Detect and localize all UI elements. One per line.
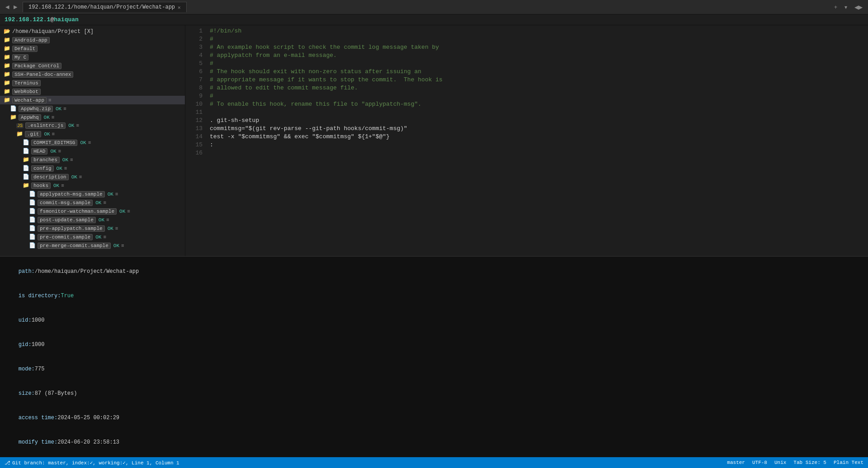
folder-icon: 📁 [23,182,29,189]
path-label: path: [19,268,35,275]
git-icon: ⎇ [5,460,10,466]
item-name-label: pre-applypatch.sample [38,225,105,232]
sidebar-tree-item[interactable]: 📄AppWhq.zip OK ≡ [0,104,185,113]
line-ending-item[interactable]: Unix [774,460,786,465]
sidebar-tree-item[interactable]: 📁WebRobot [0,87,185,96]
sidebar-folder-header[interactable]: 📂 /home/haiquan/Project [X] [0,27,185,36]
nav-forward-button[interactable]: ▶ [12,3,19,11]
syntax-item[interactable]: Plain Text [834,460,863,465]
menu-icon[interactable]: ≡ [70,157,73,163]
sidebar-tree-item[interactable]: 📁Wechat-app≡ [0,96,185,104]
add-tab-button[interactable]: + [832,3,839,11]
line-number: 15 [189,141,203,149]
sidebar-tree-item[interactable]: 📄pre-applypatch.sample OK ≡ [0,224,185,233]
tab-size-label: Tab Size: 5 [793,460,826,465]
editor-tab[interactable]: 192.168.122.1/home/haiquan/Project/Wecha… [23,2,187,12]
menu-icon[interactable]: ≡ [115,192,118,197]
line-number: 2 [189,35,203,43]
branch-item[interactable]: master [727,460,745,465]
folder-icon: 📁 [4,45,10,52]
folder-icon: 📁 [4,80,10,86]
file-icon: 📄 [29,199,36,206]
sidebar-tree-item[interactable]: 📄applypatch-msg.sample OK ≡ [0,190,185,198]
item-name-label: .eslintrc.js [25,122,66,129]
sidebar-tree-item[interactable]: 📁.git OK ≡ [0,130,185,138]
menu-icon[interactable]: ≡ [52,131,55,137]
menu-icon[interactable]: ≡ [76,123,79,128]
sidebar-tree-item[interactable]: 📁branches OK ≡ [0,155,185,164]
code-line: 9# [185,92,868,100]
sidebar-tree-item[interactable]: 📄post-update.sample OK ≡ [0,215,185,224]
encoding-item[interactable]: UTF-8 [752,460,767,465]
sidebar-tree-item[interactable]: 📄fsmonitor-watchman.sample OK ≡ [0,207,185,215]
item-name-label: .git [25,131,41,137]
menu-icon[interactable]: ≡ [127,209,130,214]
size-value: 87 (87-Bytes) [35,390,77,397]
ok-badge: OK [44,131,50,137]
tab-close-button[interactable]: ✕ [178,5,181,10]
tab-size-item[interactable]: Tab Size: 5 [793,460,826,465]
line-number: 3 [189,43,203,51]
bottom-panel: path:/home/haiquan/Project/Wechat-app is… [0,256,868,457]
sidebar-tree-item[interactable]: JS.eslintrc.js OK ≡ [0,122,185,130]
tab-menu-button[interactable]: ▾ [843,3,849,11]
folder-icon: 📁 [4,71,10,78]
sidebar-tree-item[interactable]: 📁Default [0,44,185,53]
line-content: test -x "$commitmsg" && exec "$commitmsg… [210,133,864,141]
sidebar-tree-item[interactable]: 📄HEAD OK ≡ [0,147,185,155]
menu-icon[interactable]: ≡ [103,200,106,206]
line-content: : [210,141,864,149]
line-number: 9 [189,92,203,100]
sidebar-tree-item[interactable]: 📄config OK ≡ [0,164,185,173]
code-line: 13commitmsg="$(git rev-parse --git-path … [185,125,868,133]
menu-icon[interactable]: ≡ [64,166,67,171]
nav-back-button[interactable]: ◀ [4,3,11,11]
menu-icon[interactable]: ≡ [58,149,61,154]
folder-open-icon: 📂 [4,28,10,35]
line-content: . git-sh-setup [210,117,864,125]
sidebar-tree-item[interactable]: 📁AppWhq OK ≡ [0,113,185,122]
sidebar-tree-item[interactable]: 📁Android-app [0,36,185,44]
menu-icon[interactable]: ≡ [106,217,109,223]
sidebar-tree-item[interactable]: 📁Package Control [0,61,185,70]
path-line: path:/home/haiquan/Project/Wechat-app [5,259,863,284]
ok-badge: OK [62,157,68,163]
ok-badge: OK [44,115,50,120]
nav-arrows-button[interactable]: ◀▶ [853,3,864,11]
file-icon: 📄 [29,242,36,249]
item-name-label: commit-msg.sample [38,200,93,206]
ok-badge: OK [68,123,74,128]
item-name-label: COMMIT_EDITMSG [31,140,77,146]
sidebar-tree-item[interactable]: 📄description OK ≡ [0,173,185,181]
sidebar-tree-item[interactable]: 📄pre-merge-commit.sample OK ≡ [0,241,185,250]
mode-line: mode:775 [5,357,863,381]
menu-icon[interactable]: ≡ [52,115,55,120]
line-number: 4 [189,51,203,60]
modify-time-value: 2024-06-20 23:58:13 [57,439,119,445]
code-line: 5# [185,60,868,68]
sidebar-tree-item[interactable]: 📁hooks OK ≡ [0,181,185,190]
menu-icon[interactable]: ≡ [48,98,52,103]
line-content: # The hook should exit with non-zero sta… [210,68,864,76]
mode-value: 775 [35,366,45,372]
menu-icon[interactable]: ≡ [61,183,64,188]
sidebar-tree-item[interactable]: 📁SSH-Panel-doc-annex [0,70,185,79]
editor-content[interactable]: 1#!/bin/sh2#3# An example hook script to… [185,25,868,256]
sidebar-tree-item[interactable]: 📁My C [0,53,185,61]
access-time-label: access time: [19,415,57,421]
item-name-label: applypatch-msg.sample [38,191,105,197]
sidebar-tree-item[interactable]: 📄commit-msg.sample OK ≡ [0,198,185,207]
menu-icon[interactable]: ≡ [103,234,106,240]
sidebar-tree-item[interactable]: 📁Terminus [0,79,185,87]
sidebar-tree-item[interactable]: 📄pre-commit.sample OK ≡ [0,233,185,241]
code-line: 11 [185,108,868,117]
file-icon: 📄 [29,191,36,197]
line-content: # appropriate message if it wants to sto… [210,76,864,84]
menu-icon[interactable]: ≡ [88,140,91,145]
menu-icon[interactable]: ≡ [79,174,82,180]
sidebar-tree-item[interactable]: 📄COMMIT_EDITMSG OK ≡ [0,138,185,147]
menu-icon[interactable]: ≡ [121,243,124,248]
ok-badge: OK [71,174,77,180]
menu-icon[interactable]: ≡ [115,226,118,231]
menu-icon[interactable]: ≡ [63,106,66,112]
